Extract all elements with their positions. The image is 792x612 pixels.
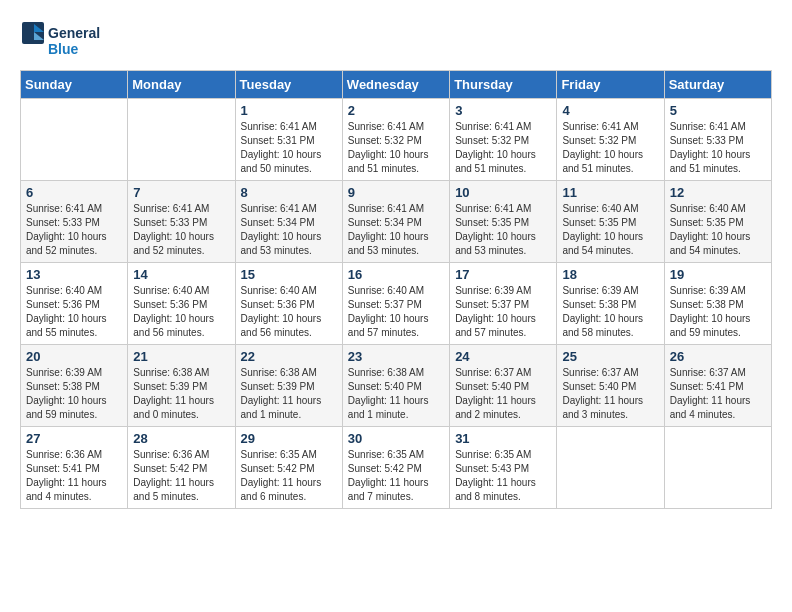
calendar-week-row: 20Sunrise: 6:39 AM Sunset: 5:38 PM Dayli… bbox=[21, 345, 772, 427]
day-number: 9 bbox=[348, 185, 444, 200]
day-number: 6 bbox=[26, 185, 122, 200]
calendar-cell: 16Sunrise: 6:40 AM Sunset: 5:37 PM Dayli… bbox=[342, 263, 449, 345]
calendar-cell: 13Sunrise: 6:40 AM Sunset: 5:36 PM Dayli… bbox=[21, 263, 128, 345]
calendar-cell: 8Sunrise: 6:41 AM Sunset: 5:34 PM Daylig… bbox=[235, 181, 342, 263]
calendar-cell: 31Sunrise: 6:35 AM Sunset: 5:43 PM Dayli… bbox=[450, 427, 557, 509]
weekday-header-thursday: Thursday bbox=[450, 71, 557, 99]
calendar-cell bbox=[664, 427, 771, 509]
calendar-week-row: 27Sunrise: 6:36 AM Sunset: 5:41 PM Dayli… bbox=[21, 427, 772, 509]
weekday-header-friday: Friday bbox=[557, 71, 664, 99]
day-number: 11 bbox=[562, 185, 658, 200]
day-info: Sunrise: 6:41 AM Sunset: 5:31 PM Dayligh… bbox=[241, 120, 337, 176]
day-number: 23 bbox=[348, 349, 444, 364]
day-info: Sunrise: 6:41 AM Sunset: 5:32 PM Dayligh… bbox=[348, 120, 444, 176]
day-number: 15 bbox=[241, 267, 337, 282]
day-number: 2 bbox=[348, 103, 444, 118]
day-number: 26 bbox=[670, 349, 766, 364]
logo: General Blue bbox=[20, 20, 110, 60]
weekday-header-sunday: Sunday bbox=[21, 71, 128, 99]
calendar-cell bbox=[557, 427, 664, 509]
calendar-cell: 15Sunrise: 6:40 AM Sunset: 5:36 PM Dayli… bbox=[235, 263, 342, 345]
calendar-cell: 6Sunrise: 6:41 AM Sunset: 5:33 PM Daylig… bbox=[21, 181, 128, 263]
day-info: Sunrise: 6:35 AM Sunset: 5:42 PM Dayligh… bbox=[348, 448, 444, 504]
day-number: 21 bbox=[133, 349, 229, 364]
calendar-cell: 10Sunrise: 6:41 AM Sunset: 5:35 PM Dayli… bbox=[450, 181, 557, 263]
day-number: 13 bbox=[26, 267, 122, 282]
calendar-cell: 12Sunrise: 6:40 AM Sunset: 5:35 PM Dayli… bbox=[664, 181, 771, 263]
day-number: 30 bbox=[348, 431, 444, 446]
day-info: Sunrise: 6:41 AM Sunset: 5:33 PM Dayligh… bbox=[26, 202, 122, 258]
day-info: Sunrise: 6:39 AM Sunset: 5:38 PM Dayligh… bbox=[670, 284, 766, 340]
day-number: 16 bbox=[348, 267, 444, 282]
day-number: 24 bbox=[455, 349, 551, 364]
day-info: Sunrise: 6:37 AM Sunset: 5:41 PM Dayligh… bbox=[670, 366, 766, 422]
day-info: Sunrise: 6:41 AM Sunset: 5:34 PM Dayligh… bbox=[348, 202, 444, 258]
day-info: Sunrise: 6:38 AM Sunset: 5:40 PM Dayligh… bbox=[348, 366, 444, 422]
calendar-cell: 5Sunrise: 6:41 AM Sunset: 5:33 PM Daylig… bbox=[664, 99, 771, 181]
weekday-header-monday: Monday bbox=[128, 71, 235, 99]
day-info: Sunrise: 6:35 AM Sunset: 5:43 PM Dayligh… bbox=[455, 448, 551, 504]
weekday-header-row: SundayMondayTuesdayWednesdayThursdayFrid… bbox=[21, 71, 772, 99]
day-number: 14 bbox=[133, 267, 229, 282]
day-number: 10 bbox=[455, 185, 551, 200]
calendar-cell: 24Sunrise: 6:37 AM Sunset: 5:40 PM Dayli… bbox=[450, 345, 557, 427]
calendar-cell: 21Sunrise: 6:38 AM Sunset: 5:39 PM Dayli… bbox=[128, 345, 235, 427]
day-info: Sunrise: 6:41 AM Sunset: 5:35 PM Dayligh… bbox=[455, 202, 551, 258]
calendar-cell: 7Sunrise: 6:41 AM Sunset: 5:33 PM Daylig… bbox=[128, 181, 235, 263]
calendar-cell: 3Sunrise: 6:41 AM Sunset: 5:32 PM Daylig… bbox=[450, 99, 557, 181]
day-number: 22 bbox=[241, 349, 337, 364]
weekday-header-saturday: Saturday bbox=[664, 71, 771, 99]
calendar-cell: 11Sunrise: 6:40 AM Sunset: 5:35 PM Dayli… bbox=[557, 181, 664, 263]
day-info: Sunrise: 6:39 AM Sunset: 5:38 PM Dayligh… bbox=[26, 366, 122, 422]
calendar-cell: 19Sunrise: 6:39 AM Sunset: 5:38 PM Dayli… bbox=[664, 263, 771, 345]
day-number: 19 bbox=[670, 267, 766, 282]
svg-rect-2 bbox=[22, 22, 44, 44]
day-number: 28 bbox=[133, 431, 229, 446]
day-number: 20 bbox=[26, 349, 122, 364]
day-number: 18 bbox=[562, 267, 658, 282]
day-info: Sunrise: 6:41 AM Sunset: 5:33 PM Dayligh… bbox=[670, 120, 766, 176]
calendar-week-row: 13Sunrise: 6:40 AM Sunset: 5:36 PM Dayli… bbox=[21, 263, 772, 345]
calendar-cell: 9Sunrise: 6:41 AM Sunset: 5:34 PM Daylig… bbox=[342, 181, 449, 263]
calendar-cell: 1Sunrise: 6:41 AM Sunset: 5:31 PM Daylig… bbox=[235, 99, 342, 181]
day-info: Sunrise: 6:40 AM Sunset: 5:37 PM Dayligh… bbox=[348, 284, 444, 340]
calendar-cell: 26Sunrise: 6:37 AM Sunset: 5:41 PM Dayli… bbox=[664, 345, 771, 427]
day-number: 12 bbox=[670, 185, 766, 200]
day-info: Sunrise: 6:41 AM Sunset: 5:32 PM Dayligh… bbox=[562, 120, 658, 176]
day-info: Sunrise: 6:37 AM Sunset: 5:40 PM Dayligh… bbox=[562, 366, 658, 422]
day-info: Sunrise: 6:37 AM Sunset: 5:40 PM Dayligh… bbox=[455, 366, 551, 422]
day-info: Sunrise: 6:39 AM Sunset: 5:37 PM Dayligh… bbox=[455, 284, 551, 340]
calendar-cell: 20Sunrise: 6:39 AM Sunset: 5:38 PM Dayli… bbox=[21, 345, 128, 427]
calendar-cell: 2Sunrise: 6:41 AM Sunset: 5:32 PM Daylig… bbox=[342, 99, 449, 181]
day-number: 17 bbox=[455, 267, 551, 282]
calendar-cell: 27Sunrise: 6:36 AM Sunset: 5:41 PM Dayli… bbox=[21, 427, 128, 509]
day-number: 1 bbox=[241, 103, 337, 118]
page-header: General Blue bbox=[20, 20, 772, 60]
calendar-cell: 30Sunrise: 6:35 AM Sunset: 5:42 PM Dayli… bbox=[342, 427, 449, 509]
calendar-cell bbox=[21, 99, 128, 181]
day-info: Sunrise: 6:36 AM Sunset: 5:42 PM Dayligh… bbox=[133, 448, 229, 504]
weekday-header-wednesday: Wednesday bbox=[342, 71, 449, 99]
svg-text:General: General bbox=[48, 25, 100, 41]
calendar-cell: 14Sunrise: 6:40 AM Sunset: 5:36 PM Dayli… bbox=[128, 263, 235, 345]
day-number: 7 bbox=[133, 185, 229, 200]
day-info: Sunrise: 6:40 AM Sunset: 5:35 PM Dayligh… bbox=[562, 202, 658, 258]
calendar-cell: 4Sunrise: 6:41 AM Sunset: 5:32 PM Daylig… bbox=[557, 99, 664, 181]
day-info: Sunrise: 6:40 AM Sunset: 5:36 PM Dayligh… bbox=[241, 284, 337, 340]
calendar-cell bbox=[128, 99, 235, 181]
calendar-cell: 23Sunrise: 6:38 AM Sunset: 5:40 PM Dayli… bbox=[342, 345, 449, 427]
day-info: Sunrise: 6:40 AM Sunset: 5:36 PM Dayligh… bbox=[133, 284, 229, 340]
calendar-cell: 25Sunrise: 6:37 AM Sunset: 5:40 PM Dayli… bbox=[557, 345, 664, 427]
calendar-cell: 29Sunrise: 6:35 AM Sunset: 5:42 PM Dayli… bbox=[235, 427, 342, 509]
day-info: Sunrise: 6:38 AM Sunset: 5:39 PM Dayligh… bbox=[241, 366, 337, 422]
day-number: 4 bbox=[562, 103, 658, 118]
day-info: Sunrise: 6:35 AM Sunset: 5:42 PM Dayligh… bbox=[241, 448, 337, 504]
day-info: Sunrise: 6:38 AM Sunset: 5:39 PM Dayligh… bbox=[133, 366, 229, 422]
day-info: Sunrise: 6:40 AM Sunset: 5:35 PM Dayligh… bbox=[670, 202, 766, 258]
day-number: 31 bbox=[455, 431, 551, 446]
day-info: Sunrise: 6:36 AM Sunset: 5:41 PM Dayligh… bbox=[26, 448, 122, 504]
svg-text:Blue: Blue bbox=[48, 41, 79, 57]
calendar-week-row: 1Sunrise: 6:41 AM Sunset: 5:31 PM Daylig… bbox=[21, 99, 772, 181]
logo-svg: General Blue bbox=[20, 20, 110, 60]
calendar-table: SundayMondayTuesdayWednesdayThursdayFrid… bbox=[20, 70, 772, 509]
